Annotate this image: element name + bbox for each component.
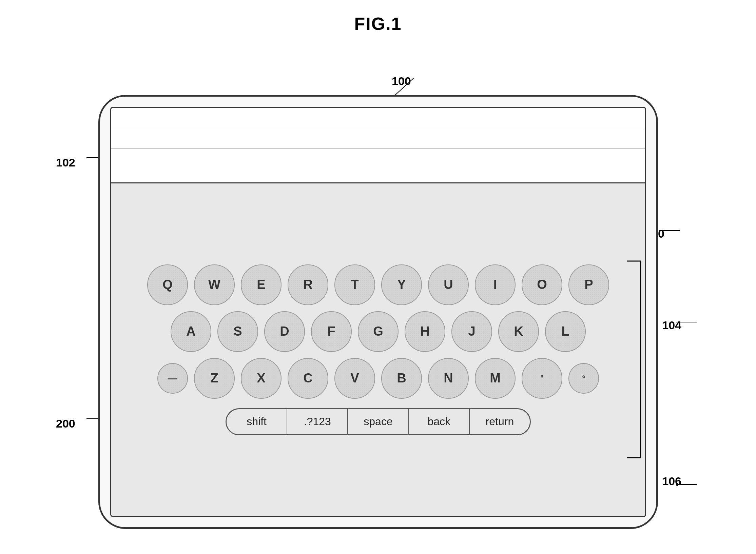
text-line-1 <box>111 108 645 128</box>
key-w[interactable]: W <box>194 264 235 305</box>
key-d[interactable]: D <box>264 311 305 352</box>
label-102: 102 <box>56 156 75 169</box>
key-g[interactable]: G <box>358 311 399 352</box>
device: Q W E R T Y U I O P A S D F <box>98 95 658 529</box>
key-q[interactable]: Q <box>147 264 188 305</box>
key-l[interactable]: L <box>545 311 586 352</box>
key-c[interactable]: C <box>288 358 328 399</box>
fn-return[interactable]: return <box>470 409 530 434</box>
screen: Q W E R T Y U I O P A S D F <box>110 107 646 517</box>
key-f[interactable]: F <box>311 311 352 352</box>
keyboard-area: Q W E R T Y U I O P A S D F <box>111 183 645 516</box>
svg-marker-9 <box>676 483 678 486</box>
text-display-area <box>111 108 645 183</box>
figure-title: FIG.1 <box>0 0 756 34</box>
key-apostrophe[interactable]: ' <box>522 358 562 399</box>
fn-space[interactable]: space <box>348 409 409 434</box>
key-y[interactable]: Y <box>381 264 422 305</box>
fn-shift[interactable]: shift <box>227 409 287 434</box>
key-a[interactable]: A <box>171 311 211 352</box>
key-v[interactable]: V <box>334 358 375 399</box>
fn-back[interactable]: back <box>409 409 470 434</box>
key-k[interactable]: K <box>498 311 539 352</box>
key-b[interactable]: B <box>381 358 422 399</box>
bracket-104 <box>624 258 644 461</box>
keyboard-row-3: — Z X C V B N M ' ° <box>157 358 599 399</box>
diagram-container: 100 102 110 104 200 106 <box>0 41 756 554</box>
key-r[interactable]: R <box>288 264 328 305</box>
keyboard-row-2: A S D F G H J K L <box>171 311 586 352</box>
label-106-line <box>676 478 703 491</box>
text-line-3 <box>111 149 645 182</box>
text-line-2 <box>111 128 645 149</box>
label-104-line <box>676 315 703 329</box>
fn-num[interactable]: .?123 <box>287 409 348 434</box>
key-z[interactable]: Z <box>194 358 235 399</box>
svg-line-0 <box>393 78 414 97</box>
key-e[interactable]: E <box>241 264 282 305</box>
label-110-line <box>659 224 686 237</box>
keyboard-row-1: Q W E R T Y U I O P <box>147 264 609 305</box>
key-i[interactable]: I <box>475 264 516 305</box>
key-m[interactable]: M <box>475 358 516 399</box>
key-shift-small[interactable]: — <box>157 363 188 394</box>
key-o[interactable]: O <box>522 264 562 305</box>
function-bar: shift .?123 space back return <box>226 408 531 435</box>
key-h[interactable]: H <box>405 311 445 352</box>
key-n[interactable]: N <box>428 358 469 399</box>
key-s[interactable]: S <box>217 311 258 352</box>
key-p[interactable]: P <box>568 264 609 305</box>
key-j[interactable]: J <box>451 311 492 352</box>
key-u[interactable]: U <box>428 264 469 305</box>
key-degree[interactable]: ° <box>568 363 599 394</box>
key-t[interactable]: T <box>334 264 375 305</box>
label-200: 200 <box>56 417 75 430</box>
key-x[interactable]: X <box>241 358 282 399</box>
